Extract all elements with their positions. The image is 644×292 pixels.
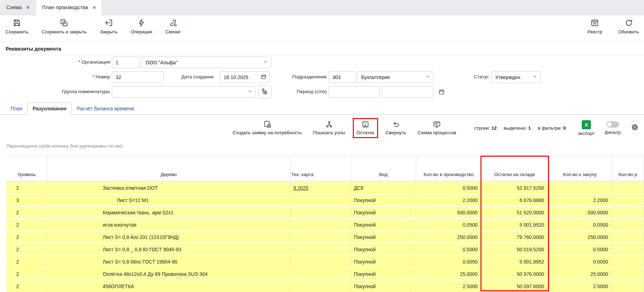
cell-tech_card bbox=[291, 207, 351, 218]
number-label: * Номер bbox=[0, 74, 110, 79]
department-label: Подразделение bbox=[278, 74, 327, 79]
save-button[interactable]: Сохранить bbox=[6, 18, 28, 34]
lightning-icon bbox=[137, 18, 146, 27]
registry-icon bbox=[590, 18, 599, 27]
cell-qty_production: 250.0000 bbox=[416, 231, 482, 243]
show-nodes-button[interactable]: Показать узлы bbox=[309, 118, 349, 138]
nomenclature-group-select[interactable] bbox=[112, 86, 256, 98]
cell-stock: 50 976.0000 bbox=[482, 268, 548, 280]
cell-qty_purchase: 2.5000 bbox=[548, 280, 612, 292]
close-icon[interactable]: ✕ bbox=[93, 5, 96, 10]
department-code-input[interactable] bbox=[329, 71, 356, 83]
window-tab-label: План производства bbox=[42, 5, 88, 10]
window-tab-schema[interactable]: Схема ✕ bbox=[0, 0, 36, 15]
cell-qty_purchase: 0.5000 bbox=[548, 244, 612, 255]
view-tab-bar: План Разузлование Расчёт баланса времени bbox=[0, 103, 644, 115]
process-schema-label: Схема процессов bbox=[417, 130, 456, 135]
table-row[interactable]: 2игла изогнутаяПокупной0.05005 001.95200… bbox=[6, 219, 644, 231]
cell-qty_production: 500.0000 bbox=[416, 207, 482, 218]
cell-tree: Застежка ответная DOT bbox=[47, 182, 291, 194]
department-name: Бухгалтерия bbox=[361, 74, 390, 80]
table-body: 2Застежка ответная DOT9.2025ДСЕ0.500052 … bbox=[6, 182, 644, 292]
status-select[interactable]: Утвержден bbox=[491, 71, 541, 83]
cell-kind: ДСЕ bbox=[351, 182, 416, 194]
cell-qty_reserve bbox=[612, 280, 644, 292]
column-header-qty_production[interactable]: Кол-во в производство bbox=[416, 156, 482, 181]
cell-kind: Покупной bbox=[351, 231, 416, 243]
column-header-kind[interactable]: Вид bbox=[351, 156, 416, 181]
table-row[interactable]: 2Лист S= 0,8 Aisi 201 (12Х15Г9НД)Покупно… bbox=[6, 231, 644, 243]
toggle-switch-icon[interactable] bbox=[606, 121, 619, 128]
table-row[interactable]: 3Лист S=12 М1Покупной2.20006 676.88802.2… bbox=[6, 194, 644, 206]
cell-qty_purchase: 25.0000 bbox=[548, 268, 612, 280]
table-row[interactable]: 2Керамическая ткань, арм S2x1Покупной500… bbox=[6, 207, 644, 218]
rows-counter: строки: 12 bbox=[474, 125, 497, 131]
period-from-input[interactable] bbox=[329, 86, 380, 98]
table-row[interactable]: 2Лист S= 0,8 08пс ГОСТ 19904-90Покупной0… bbox=[6, 256, 644, 267]
cell-level: 2 bbox=[6, 268, 47, 280]
department-select[interactable]: Бухгалтерия bbox=[357, 71, 433, 83]
collapse-button[interactable]: Свернуть bbox=[382, 118, 410, 138]
gear-icon bbox=[631, 123, 639, 133]
window-tab-production-plan[interactable]: План производства ✕ bbox=[36, 0, 102, 15]
undo-arrow-icon bbox=[391, 120, 400, 129]
number-input[interactable] bbox=[112, 71, 164, 83]
filtered-counter: в фильтре: 0 bbox=[538, 125, 566, 131]
period-calendar-icon[interactable] bbox=[438, 89, 445, 95]
organization-code-input[interactable] bbox=[112, 57, 140, 68]
links-button[interactable]: Связки bbox=[166, 18, 180, 34]
cell-qty_reserve bbox=[612, 182, 644, 194]
column-header-qty_reserve[interactable]: Кол-во р bbox=[612, 156, 644, 181]
creation-date-input[interactable]: 16.10.2025 bbox=[220, 71, 270, 83]
save-and-close-button[interactable]: Сохранить и закрыть bbox=[42, 18, 87, 34]
organization-label: * Организация bbox=[0, 59, 110, 65]
table-row[interactable]: 2456ОПЛЕТКАПокупной2.500050 097.60002.50… bbox=[6, 280, 644, 292]
operations-button[interactable]: Операции bbox=[131, 18, 152, 34]
cell-kind: Покупной bbox=[351, 268, 416, 280]
app-window: Схема ✕ План производства ✕ Сохранить Со… bbox=[0, 0, 644, 292]
cell-kind: Покупной bbox=[351, 244, 416, 255]
tab-plan[interactable]: План bbox=[6, 103, 27, 114]
column-header-tree[interactable]: Дерево bbox=[47, 156, 291, 181]
tech-card-link[interactable]: 9.2025 bbox=[293, 185, 308, 191]
ostatki-button[interactable]: Остатки bbox=[353, 118, 378, 138]
chevron-down-icon bbox=[263, 59, 268, 65]
nomenclature-tree-button[interactable] bbox=[258, 85, 272, 98]
cell-tree: Лист S= 0,8 Aisi 201 (12Х15Г9НД) bbox=[47, 231, 291, 243]
column-header-tech_card[interactable]: Тех. карта bbox=[291, 156, 351, 181]
period-to-input[interactable] bbox=[382, 86, 433, 98]
refresh-button[interactable]: Обновить bbox=[618, 18, 639, 34]
column-header-level[interactable]: Уровень bbox=[6, 156, 47, 181]
cell-stock: 50 097.6000 bbox=[482, 280, 548, 292]
process-schema-button[interactable]: Схема процессов bbox=[414, 118, 460, 138]
cell-qty_reserve bbox=[612, 219, 644, 231]
tab-time-balance[interactable]: Расчёт баланса времени bbox=[72, 103, 139, 114]
table-row[interactable]: 2Оплётка 48x12x0,4 Ду 89 Проволока SUS 3… bbox=[6, 268, 644, 280]
group-by-hint[interactable]: Перетащите сюда колонку для группировки … bbox=[6, 143, 644, 150]
settings-button[interactable] bbox=[631, 123, 639, 133]
save-and-close-button-label: Сохранить и закрыть bbox=[42, 29, 87, 34]
save-icon bbox=[12, 18, 21, 27]
tab-razuzlovanie[interactable]: Разузлование bbox=[27, 103, 72, 115]
cell-tree: Оплётка 48x12x0,4 Ду 89 Проволока SUS 30… bbox=[47, 268, 291, 280]
cell-qty_production: 0.5000 bbox=[416, 182, 482, 194]
calendar-icon[interactable] bbox=[261, 74, 267, 81]
organization-select[interactable]: ООО "Альфа" bbox=[142, 57, 271, 68]
status-value: Утвержден bbox=[495, 74, 520, 80]
cell-tech_card: 9.2025 bbox=[291, 182, 351, 194]
table-row[interactable]: 2Застежка ответная DOT9.2025ДСЕ0.500052 … bbox=[6, 182, 644, 194]
filter-toggle[interactable]: фильтр bbox=[605, 121, 621, 135]
export-button[interactable]: x экспорт bbox=[578, 120, 595, 136]
table-row[interactable]: 2Лист S= 0,8 _ 0,8 Ю ГОСТ 9045-93Покупно… bbox=[6, 244, 644, 255]
create-demand-request-button[interactable]: Создать заявку на потребность bbox=[229, 118, 306, 138]
column-header-qty_purchase[interactable]: Кол-во к закупу bbox=[548, 156, 612, 181]
registry-button[interactable]: Реестр bbox=[587, 18, 602, 34]
close-button[interactable]: Закрыть bbox=[100, 18, 117, 34]
cell-stock: 79 760.0000 bbox=[482, 231, 548, 243]
cell-qty_production: 0.0500 bbox=[416, 219, 482, 231]
grid-counters: строки: 12 выделено: 1 в фильтре: 0 bbox=[474, 125, 566, 131]
chevron-down-icon bbox=[248, 89, 253, 95]
operations-button-label: Операции bbox=[131, 29, 152, 34]
column-header-stock[interactable]: Остатки на складе bbox=[482, 156, 548, 181]
close-icon[interactable]: ✕ bbox=[26, 5, 30, 10]
